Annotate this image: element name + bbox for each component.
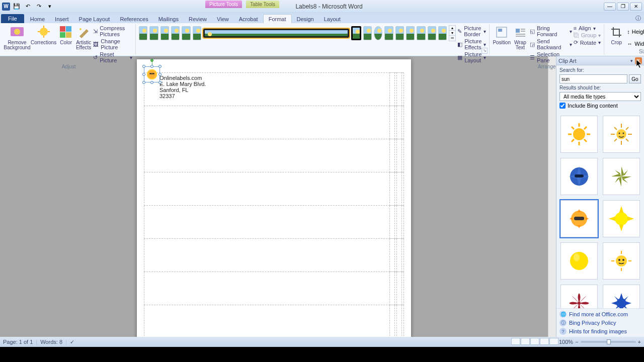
resize-handle-tc[interactable] <box>150 65 153 68</box>
gallery-more[interactable]: ═ <box>449 36 455 41</box>
clipart-result-4[interactable] <box>603 158 640 195</box>
group-button[interactable]: ⿻Group▾ <box>574 32 601 38</box>
clipart-result-8[interactable] <box>603 242 640 280</box>
view-web[interactable] <box>530 338 539 345</box>
clipart-go-button[interactable]: Go <box>629 74 641 83</box>
hints-link[interactable]: ?Hints for finding images <box>559 328 641 335</box>
help-button[interactable]: ⓘ <box>632 14 644 23</box>
picture-style-6[interactable] <box>193 26 201 40</box>
color-button[interactable]: Color <box>58 25 74 45</box>
tab-review[interactable]: Review <box>184 15 212 23</box>
picture-style-10[interactable] <box>374 26 382 40</box>
clipart-result-1[interactable] <box>560 116 598 153</box>
wrap-text-button[interactable]: Wrap Text <box>512 25 528 50</box>
restore-button[interactable]: ❐ <box>617 3 629 11</box>
picture-border-button[interactable]: ✎Picture Border▾ <box>457 25 486 37</box>
qat-customize[interactable]: ▾ <box>45 2 54 11</box>
gallery-scroll-up[interactable]: ▴ <box>449 26 455 31</box>
resize-handle-tr[interactable] <box>158 65 162 68</box>
tab-acrobat[interactable]: Acrobat <box>234 15 263 23</box>
resize-handle-tl[interactable] <box>142 65 145 68</box>
resize-handle-ml[interactable] <box>142 73 145 76</box>
clipart-result-3[interactable] <box>560 158 598 195</box>
artistic-effects-button[interactable]: Artistic Effects <box>75 25 92 50</box>
tab-view[interactable]: View <box>212 15 234 23</box>
status-proof[interactable]: ✓ <box>70 339 74 345</box>
redo-button[interactable]: ↷ <box>34 2 43 11</box>
tab-home[interactable]: Home <box>25 15 50 23</box>
clipart-search-input[interactable] <box>559 74 627 83</box>
save-button[interactable]: 💾 <box>12 2 21 11</box>
privacy-link[interactable]: ⓘBing Privacy Policy <box>559 319 641 326</box>
tab-page-layout[interactable]: Page Layout <box>74 15 115 23</box>
view-print-layout[interactable] <box>511 338 520 345</box>
clipart-result-5[interactable] <box>560 200 598 237</box>
status-page[interactable]: Page: 1 of 1 <box>3 339 33 345</box>
picture-style-14[interactable] <box>417 26 425 40</box>
find-more-link[interactable]: 🌐Find more at Office.com <box>559 311 641 318</box>
picture-style-7[interactable] <box>203 29 349 38</box>
zoom-level[interactable]: 100% <box>559 339 573 345</box>
tab-references[interactable]: References <box>115 15 153 23</box>
resize-handle-br[interactable] <box>158 81 162 84</box>
status-words[interactable]: Words: 8 <box>40 339 62 345</box>
align-button[interactable]: ≡Align▾ <box>574 25 601 31</box>
picture-style-8[interactable] <box>351 26 361 40</box>
picture-style-11[interactable] <box>384 26 393 40</box>
document-area[interactable]: Onlinelabels.com E. Lake Mary Blvd. Sanf… <box>0 56 548 337</box>
bring-forward-button[interactable]: ◱Bring Forward▾ <box>530 25 572 37</box>
position-button[interactable]: Position <box>493 25 511 45</box>
picture-style-15[interactable] <box>428 26 436 40</box>
clipart-result-7[interactable] <box>560 242 598 280</box>
include-bing-checkbox[interactable] <box>559 103 566 109</box>
corrections-button[interactable]: Corrections <box>31 25 56 45</box>
resize-handle-bc[interactable] <box>150 81 153 84</box>
tab-file[interactable]: File <box>1 14 24 23</box>
resize-handle-bl[interactable] <box>142 81 145 84</box>
change-picture-button[interactable]: 🖼Change Picture <box>93 38 132 50</box>
rotate-handle[interactable] <box>150 59 153 62</box>
tab-mailings[interactable]: Mailings <box>153 15 184 23</box>
pane-menu[interactable]: ▾ <box>630 58 633 63</box>
tab-insert[interactable]: Insert <box>50 15 74 23</box>
close-button[interactable]: ✕ <box>630 3 642 11</box>
picture-styles-launcher[interactable]: ↘ <box>481 48 488 54</box>
resize-handle-mr[interactable] <box>158 73 162 76</box>
minimize-button[interactable]: — <box>604 3 616 11</box>
view-fullscreen[interactable] <box>521 338 530 345</box>
document-page[interactable]: Onlinelabels.com E. Lake Mary Blvd. Sanf… <box>137 59 411 337</box>
clipart-result-6[interactable] <box>603 200 640 237</box>
compress-pictures-button[interactable]: ⇲Compress Pictures <box>93 25 132 37</box>
document-scrollbar[interactable] <box>548 56 556 337</box>
picture-styles-gallery[interactable]: ▴ ▾ ═ <box>139 25 456 41</box>
crop-button[interactable]: Crop <box>607 25 625 45</box>
clipart-results[interactable] <box>557 113 643 308</box>
view-outline[interactable] <box>540 338 549 345</box>
zoom-in-button[interactable]: + <box>638 339 641 345</box>
picture-style-3[interactable] <box>160 26 169 40</box>
rotate-button[interactable]: ⟳Rotate▾ <box>574 39 601 46</box>
tab-design[interactable]: Design <box>292 15 319 23</box>
clipart-result-10[interactable] <box>603 285 640 308</box>
selected-clipart[interactable] <box>145 68 158 81</box>
tab-format[interactable]: Format <box>263 14 292 23</box>
undo-button[interactable]: ↶ <box>23 2 32 11</box>
view-draft[interactable] <box>549 338 558 345</box>
picture-style-16[interactable] <box>438 26 447 40</box>
clipart-result-9[interactable] <box>560 285 598 308</box>
picture-style-5[interactable] <box>182 26 190 40</box>
picture-style-1[interactable] <box>139 26 147 40</box>
results-type-select[interactable]: All media file types <box>559 92 641 101</box>
send-backward-button[interactable]: ◲Send Backward▾ <box>530 38 572 50</box>
label-cell-1[interactable]: Onlinelabels.com E. Lake Mary Blvd. Sanf… <box>144 73 389 101</box>
tab-layout[interactable]: Layout <box>319 15 346 23</box>
zoom-slider[interactable] <box>581 341 636 343</box>
zoom-out-button[interactable]: − <box>575 339 578 345</box>
picture-style-2[interactable] <box>149 26 158 40</box>
gallery-scroll-down[interactable]: ▾ <box>449 31 455 36</box>
picture-style-13[interactable] <box>406 26 415 40</box>
picture-style-9[interactable] <box>363 26 372 40</box>
remove-background-button[interactable]: Remove Background <box>5 25 29 50</box>
picture-style-12[interactable] <box>395 26 404 40</box>
picture-style-4[interactable] <box>171 26 180 40</box>
